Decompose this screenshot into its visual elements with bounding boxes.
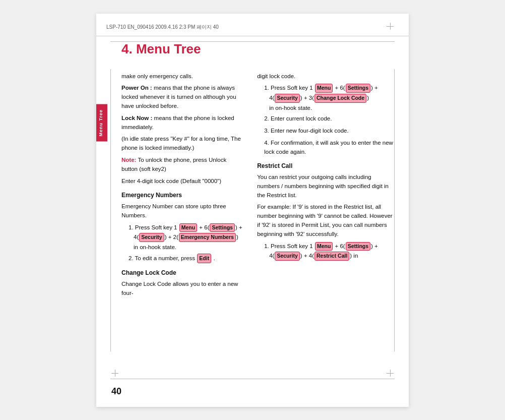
step1-state: in on-hook state. bbox=[134, 243, 243, 252]
digit-lock-text: digit lock code. bbox=[257, 72, 394, 81]
rstep1-line1: 1. Press Soft key 1 Menu + 6(Settings) + bbox=[264, 242, 394, 251]
left-margin-line bbox=[110, 69, 111, 351]
emergency-step2: 2. To edit a number, press Edit . bbox=[129, 254, 243, 263]
header-text: LSP-710 EN_090416 2009.4.16 2:3 PM 페이지 4… bbox=[106, 24, 219, 30]
page-title: 4. Menu Tree bbox=[96, 41, 409, 57]
change-lock-key: Change Lock Code bbox=[314, 94, 366, 103]
emergency-desc: Emergency Number can store upto three Nu… bbox=[121, 202, 243, 220]
intro-text: make only emergency calls. bbox=[121, 72, 243, 81]
r2-settings-key: Settings bbox=[346, 242, 370, 251]
change-lock-desc: Change Lock Code allows you to enter a n… bbox=[121, 280, 243, 298]
note-text2: Enter 4-digit lock code (Default "0000") bbox=[121, 177, 243, 186]
page-header: LSP-710 EN_090416 2009.4.16 2:3 PM 페이지 4… bbox=[96, 24, 409, 36]
crosshair-bottomleft bbox=[111, 370, 118, 377]
side-tab: Menu Tree bbox=[96, 104, 107, 142]
bottom-margin-line bbox=[110, 379, 395, 379]
edit-key: Edit bbox=[197, 254, 211, 263]
note-label: Note: bbox=[121, 157, 136, 163]
restrict-call-key: Restrict Call bbox=[314, 252, 349, 261]
step1-line1: 1. Press Soft key 1 Menu + 6(Settings) + bbox=[129, 223, 243, 232]
restrict-call-heading: Restrict Call bbox=[257, 161, 394, 171]
crosshair-bottomright bbox=[387, 370, 394, 377]
change-lock-heading: Change Lock Code bbox=[121, 268, 243, 278]
lock-now-extra: (In idle state press "Key #" for a long … bbox=[121, 135, 243, 153]
menu-key: Menu bbox=[179, 223, 197, 232]
r-security-key: Security bbox=[275, 94, 299, 103]
lock-now-para: Lock Now : means that the phone is locke… bbox=[121, 114, 243, 132]
page: LSP-710 EN_090416 2009.4.16 2:3 PM 페이지 4… bbox=[96, 14, 409, 407]
page-number: 40 bbox=[111, 386, 121, 397]
lock-now-label: Lock Now : bbox=[121, 115, 152, 121]
clstep1-line2: 4(Security) + 3(Change Lock Code) bbox=[269, 94, 394, 103]
r-settings-key: Settings bbox=[346, 84, 370, 93]
change-lock-step2: 2. Enter current lock code. bbox=[264, 114, 394, 124]
right-margin-line bbox=[394, 69, 395, 351]
clstep1-line1: 1. Press Soft key 1 Menu + 6(Settings) + bbox=[264, 84, 394, 93]
r-menu-key: Menu bbox=[315, 84, 333, 93]
power-on-label: Power On : bbox=[121, 85, 152, 91]
emergency-numbers-heading: Emergency Numbers bbox=[121, 191, 243, 200]
left-column: make only emergency calls. Power On : me… bbox=[121, 72, 252, 301]
change-lock-step3: 3. Enter new four-digit lock code. bbox=[264, 127, 394, 136]
clstep1-state: in on-hook state. bbox=[269, 104, 394, 112]
settings-key: Settings bbox=[210, 223, 234, 232]
top-margin-line bbox=[110, 41, 395, 42]
change-lock-step4: 4. For confirmation, it will ask you to … bbox=[264, 139, 394, 157]
emergency-numbers-key: Emergency Numbers bbox=[179, 233, 236, 242]
change-lock-step1: 1. Press Soft key 1 Menu + 6(Settings) +… bbox=[264, 84, 394, 112]
note-text: To unlock the phone, press Unlock button… bbox=[121, 157, 226, 172]
note-para: Note: To unlock the phone, press Unlock … bbox=[121, 156, 243, 174]
power-on-para: Power On : means that the phone is alway… bbox=[121, 84, 243, 110]
r2-security-key: Security bbox=[275, 252, 299, 261]
rstep1-line2: 4(Security) + 4(Restrict Call) in bbox=[269, 252, 394, 261]
restrict-desc2: For example: If '9' is stored in the Res… bbox=[257, 203, 394, 238]
emergency-step1: 1. Press Soft key 1 Menu + 6(Settings) +… bbox=[129, 223, 243, 252]
crosshair-topright bbox=[387, 23, 394, 30]
security-key: Security bbox=[139, 233, 164, 242]
right-column: digit lock code. 1. Press Soft key 1 Men… bbox=[252, 72, 394, 301]
step1-line2: 4(Security) + 2(Emergency Numbers) bbox=[134, 233, 243, 242]
restrict-step1: 1. Press Soft key 1 Menu + 6(Settings) +… bbox=[264, 242, 394, 261]
main-content: make only emergency calls. Power On : me… bbox=[96, 67, 409, 311]
r2-menu-key: Menu bbox=[315, 242, 333, 251]
restrict-desc1: You can restrict your outgoing calls inc… bbox=[257, 173, 394, 200]
